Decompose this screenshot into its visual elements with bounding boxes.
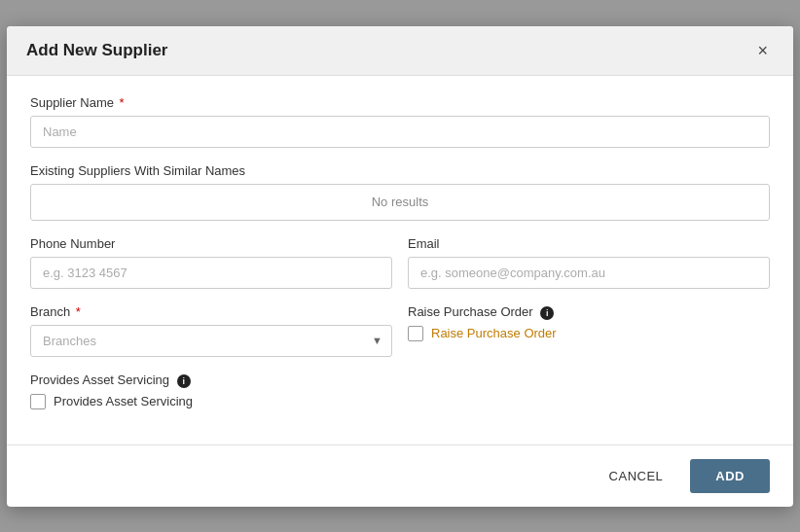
existing-suppliers-group: Existing Suppliers With Similar Names No… (30, 163, 770, 221)
email-label: Email (408, 236, 770, 251)
cancel-button[interactable]: CANCEL (594, 461, 679, 491)
branch-required: * (72, 304, 81, 319)
modal-body: Supplier Name * Existing Suppliers With … (7, 76, 793, 444)
raise-po-checkbox-label: Raise Purchase Order (431, 326, 557, 340)
similar-suppliers-box: No results (30, 184, 770, 221)
supplier-name-input[interactable] (30, 116, 770, 148)
supplier-name-label: Supplier Name * (30, 95, 770, 110)
branch-select[interactable]: Branches (30, 325, 392, 357)
raise-po-checkbox[interactable] (408, 326, 423, 341)
phone-group: Phone Number (30, 236, 392, 289)
raise-po-info-icon: i (540, 306, 554, 320)
required-indicator: * (116, 95, 125, 110)
modal-header: Add New Supplier × (7, 26, 793, 76)
phone-email-row: Phone Number Email (30, 236, 770, 304)
add-supplier-modal: Add New Supplier × Supplier Name * Exist… (7, 26, 793, 507)
close-button[interactable]: × (751, 40, 774, 61)
branch-select-wrapper: Branches ▼ (30, 325, 392, 357)
provides-asset-checkbox-row: Provides Asset Servicing (30, 394, 770, 409)
provides-asset-checkbox[interactable] (30, 394, 46, 409)
branch-label: Branch * (30, 304, 392, 319)
provides-asset-group: Provides Asset Servicing i Provides Asse… (30, 372, 770, 409)
add-button[interactable]: ADD (690, 459, 770, 493)
provides-asset-label: Provides Asset Servicing i (30, 372, 770, 388)
branch-rpo-row: Branch * Branches ▼ Raise Purchase Order… (30, 304, 770, 372)
branch-group: Branch * Branches ▼ (30, 304, 392, 357)
modal-footer: CANCEL ADD (7, 444, 793, 507)
phone-input[interactable] (30, 257, 392, 289)
raise-po-label: Raise Purchase Order i (408, 304, 770, 320)
provides-asset-checkbox-label: Provides Asset Servicing (54, 394, 193, 408)
modal-overlay: Add New Supplier × Supplier Name * Exist… (0, 0, 800, 532)
email-input[interactable] (408, 257, 770, 289)
supplier-name-group: Supplier Name * (30, 95, 770, 148)
raise-po-checkbox-row: Raise Purchase Order (408, 326, 770, 341)
provides-asset-info-icon: i (177, 374, 191, 388)
phone-label: Phone Number (30, 236, 392, 251)
existing-suppliers-label: Existing Suppliers With Similar Names (30, 163, 770, 178)
email-group: Email (408, 236, 770, 289)
modal-title: Add New Supplier (26, 41, 167, 60)
raise-po-group: Raise Purchase Order i Raise Purchase Or… (408, 304, 770, 357)
